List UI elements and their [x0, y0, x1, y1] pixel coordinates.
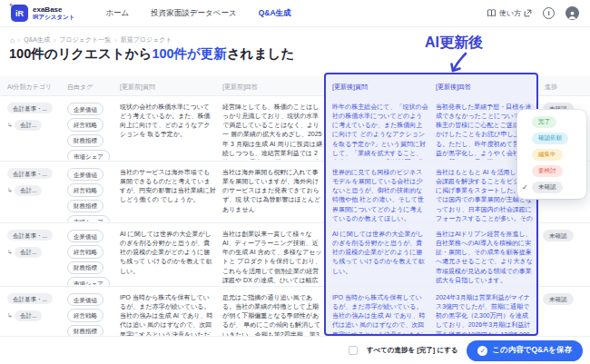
category-cell: 会計基準・...↳会計... — [7, 230, 65, 285]
tag-chip: 財務指標 — [67, 134, 103, 147]
progress-cell: 未確認 — [543, 293, 586, 337]
tag-chip: 財務指標 — [67, 200, 103, 212]
subcategory-arrow-icon: ↳ — [7, 311, 13, 320]
category-cell: 会計基準・...↳会計... — [7, 103, 65, 160]
status-option-badge: 編集中 — [532, 149, 563, 161]
status-badge[interactable]: 未確認 — [543, 293, 574, 305]
category-chip: 会計基準・... — [7, 293, 53, 304]
main-nav: ホーム投資家面談データベースQ&A生成 — [105, 8, 290, 19]
external-link-icon — [524, 9, 532, 17]
question-after-cell: IPO 当時から株式を保有しているが、まだ赤字が続いている。当社の強みは生成 A… — [332, 293, 428, 337]
tags-cell: 企業価値経営戦略財務指標市場シェア需要動向 — [67, 168, 118, 221]
question-before-cell: AI に関しては世界の大企業がしのぎを削る分野かと思うが、貴社の規模の企業がどの… — [120, 230, 216, 285]
progress-cell: 未確認 — [543, 230, 586, 285]
status-badge[interactable]: 未確認 — [543, 230, 574, 241]
tag-chip: 市場シェア — [67, 277, 110, 285]
col-header-answer-after: [更新後]回答 — [436, 83, 471, 92]
breadcrumb: ⌂ ›Q&A生成›プロジェクト一覧›新規プロジェクト — [10, 35, 172, 44]
app-logo[interactable]: ✎ iR exaBase IRアシスタント — [11, 5, 74, 22]
category-chip: 会計基準・... — [7, 103, 53, 113]
nav-item[interactable]: 投資家面談データベース — [151, 8, 236, 19]
col-header-progress: 進捗 — [545, 83, 557, 92]
tag-chip: 企業価値 — [67, 168, 103, 181]
person-icon — [567, 10, 577, 20]
status-menu-item[interactable]: 要検討 — [522, 162, 582, 179]
question-before-cell: 当社のサービスは海外市場でも展開できるものだと考えていますが、円安の影響は当社業… — [120, 168, 216, 221]
breadcrumb-separator: › — [54, 37, 55, 44]
answer-before-cell: 足元はご指摘の通り追い風である。当社の業績の特徴として上期が弱く下期偏重となる季… — [222, 293, 323, 337]
subcategory-chip: 会計... — [15, 310, 42, 321]
status-dropdown-menu: 完了確認依頼編集中要検討✓未確認 — [517, 110, 586, 199]
tag-chip: 企業価値 — [67, 230, 103, 242]
home-icon[interactable]: ⌂ — [10, 36, 15, 44]
status-menu-item[interactable]: 編集中 — [522, 146, 582, 162]
bottom-action-bar: すべての進捗を [完了] にする ✓ この内容でQ&Aを保存 — [0, 336, 590, 364]
breadcrumb-separator: › — [18, 37, 20, 44]
question-before-cell: 現状の会社の株価水準についてどう考えているか。また、株価向上に向けて、どのような… — [120, 103, 216, 160]
subcategory-chip: 会計... — [15, 120, 42, 131]
save-qa-button-label: この内容でQ&Aを保存 — [492, 345, 572, 356]
nav-item[interactable]: ホーム — [105, 8, 129, 19]
answer-before-cell: 当社は海外展開も視野に入れて事業を展開していますが、海外向けのサービスはまだ発表… — [222, 168, 323, 221]
tag-chip: 経営戦略 — [67, 118, 103, 131]
answer-after-cell: 当社はAIドリブン経営を推進し、自社業務へのAI導入を積極的に実証・展開し、その… — [436, 230, 534, 285]
table-row: 会計基準・...↳会計...企業価値経営戦略財務指標市場シェアIPO 当時から株… — [0, 287, 590, 337]
subcategory-arrow-icon: ↳ — [7, 121, 13, 130]
table-row: 会計基準・...↳会計...企業価値経営戦略財務指標市場シェア需要動向AI に関… — [0, 223, 590, 287]
select-all-done-label: すべての進捗を [完了] にする — [367, 346, 458, 355]
question-after-cell: AI に関しては世界の大企業がしのぎを削る分野かと思うが、貴社の規模の企業がどの… — [332, 230, 428, 285]
status-menu-item[interactable]: 確認依頼 — [522, 130, 582, 146]
breadcrumb-separator: › — [114, 37, 116, 44]
info-icon[interactable]: i — [543, 7, 555, 19]
answer-before-cell: 経営陣としても、株価のことはしっかり意識しており、現状の水準で満足していることは… — [222, 103, 323, 160]
book-icon — [487, 8, 497, 18]
nav-item[interactable]: Q&A生成 — [259, 8, 291, 19]
answer-before-cell: 当社は創業以来一貫して様々な AI、ディープラーニング技術、近年の生成 AI 含… — [222, 230, 323, 285]
status-menu-item[interactable]: 完了 — [522, 113, 582, 130]
col-header-question-after: [更新後]質問 — [332, 83, 368, 92]
breadcrumb-item[interactable]: Q&A生成 — [24, 35, 50, 44]
answer-after-cell: 2024年3月期は営業利益がマイナス3億円でしたが、前期に通期で初の黒字化（2,… — [436, 293, 534, 337]
select-all-done-checkbox[interactable] — [349, 346, 358, 355]
subcategory-chip: 会計... — [15, 247, 42, 258]
tag-chip: 経営戦略 — [67, 183, 103, 196]
category-chip: 会計基準・... — [7, 230, 53, 241]
title-highlight: 100件が更新 — [152, 46, 227, 61]
help-label: 使い方 — [499, 8, 521, 18]
product-subname: IRアシスタント — [33, 14, 74, 20]
logo-icon: ✎ iR — [11, 5, 28, 22]
ai-updated-annotation-label: AI更新後 — [425, 34, 483, 53]
top-navigation-bar: ✎ iR exaBase IRアシスタント ホーム投資家面談データベースQ&A生… — [0, 0, 590, 27]
col-header-answer-before: [更新前]回答 — [222, 83, 258, 92]
tag-chip: 企業価値 — [67, 293, 103, 306]
page-title: 100件のリクエストから100件が更新されました — [9, 45, 294, 63]
status-option-badge: 未確認 — [532, 182, 563, 193]
subcategory-arrow-icon: ↳ — [7, 186, 13, 195]
status-option-badge: 要検討 — [532, 165, 563, 177]
category-cell: 会計基準・...↳会計... — [7, 168, 65, 221]
tags-cell: 企業価値経営戦略財務指標市場シェア需要動向 — [67, 230, 118, 285]
breadcrumb-item[interactable]: 新規プロジェクト — [121, 35, 172, 44]
tag-chip: 市場シェア — [67, 215, 110, 221]
pen-icon: ✎ — [9, 3, 15, 10]
tags-cell: 企業価値経営戦略財務指標市場シェア — [67, 293, 118, 337]
check-circle-icon: ✓ — [477, 346, 487, 356]
tag-chip: 経営戦略 — [67, 245, 103, 258]
table-row: 会計基準・...↳会計...企業価値経営戦略財務指標市場シェア需要動向現状の会社… — [0, 96, 590, 162]
user-avatar[interactable] — [565, 6, 579, 20]
tags-cell: 企業価値経営戦略財務指標市場シェア需要動向 — [67, 103, 118, 160]
status-option-badge: 完了 — [532, 116, 556, 128]
check-icon: ✓ — [522, 183, 532, 192]
category-chip: 会計基準・... — [7, 168, 53, 179]
tag-chip: 経営戦略 — [67, 309, 103, 321]
question-after-cell: 世界的に見ても同様のビジネスモデルを展開している会社は少ないと思うが、御社の技術… — [332, 168, 428, 221]
question-before-cell: IPO 当時から株式を保有しているが、まだ赤字が続いている。当社の強みは生成 A… — [120, 293, 216, 337]
subcategory-chip: 会計... — [15, 185, 42, 196]
save-qa-button[interactable]: ✓ この内容でQ&Aを保存 — [467, 340, 583, 361]
category-cell: 会計基準・...↳会計... — [7, 293, 65, 337]
table-body: 会計基準・...↳会計...企業価値経営戦略財務指標市場シェア需要動向現状の会社… — [0, 96, 590, 337]
col-header-question-before: [更新前]質問 — [120, 83, 155, 92]
breadcrumb-item[interactable]: プロジェクト一覧 — [59, 35, 111, 44]
status-menu-item[interactable]: ✓未確認 — [522, 179, 582, 195]
help-link[interactable]: 使い方 — [487, 8, 532, 18]
